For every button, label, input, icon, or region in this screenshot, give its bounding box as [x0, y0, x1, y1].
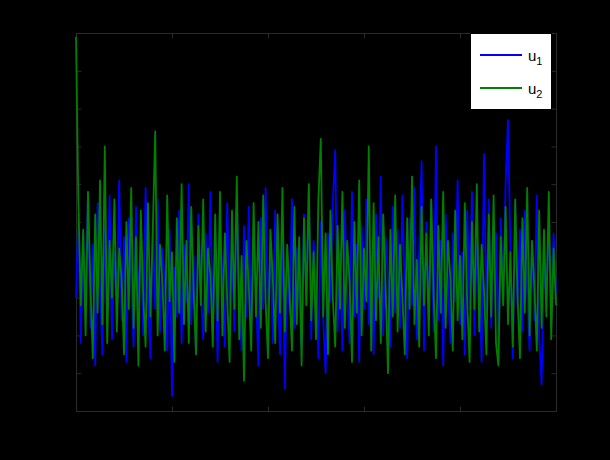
u_1-line [76, 120, 556, 396]
legend-label-u1: u1 [528, 48, 542, 63]
figure-canvas: u1 u2 [0, 0, 610, 460]
legend: u1 u2 [470, 33, 552, 110]
legend-label-u2: u2 [528, 81, 542, 96]
legend-entry-u1: u1 [471, 44, 551, 66]
legend-line-sample-u1 [480, 54, 522, 56]
legend-line-sample-u2 [480, 87, 522, 89]
legend-entry-u2: u2 [471, 77, 551, 99]
